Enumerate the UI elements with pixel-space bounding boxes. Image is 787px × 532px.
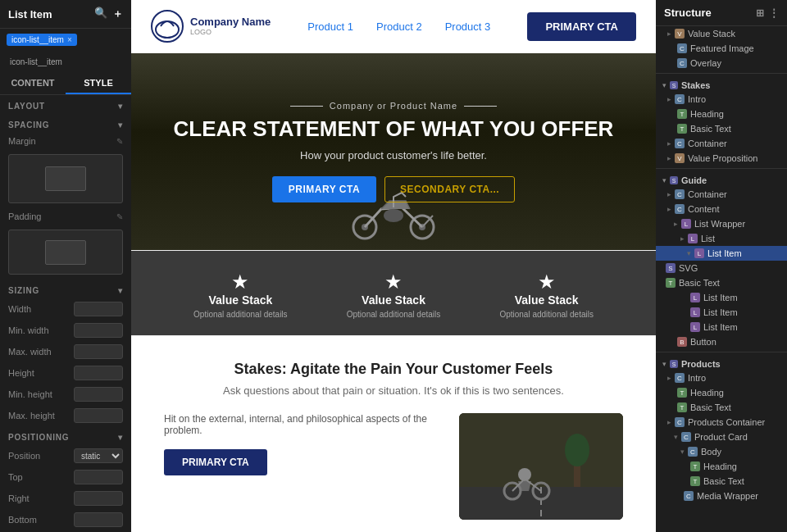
section-tree-label: Products — [681, 359, 721, 369]
selected-tag[interactable]: icon-list__item × — [7, 34, 77, 46]
section-chevron-icon: ▾ — [662, 81, 666, 89]
tree-chevron-icon: ▸ — [667, 139, 671, 148]
tree-type-icon: B — [677, 337, 687, 347]
tree-type-icon: C — [675, 139, 685, 148]
tree-item[interactable]: ▸ L List Wrapper — [656, 216, 787, 231]
max-width-label: Max. width — [8, 347, 52, 357]
dots-icon[interactable]: ⋮ — [769, 7, 779, 19]
hero-tagline: Company or Product Name — [290, 101, 497, 111]
nav-links: Product 1 Product 2 Product 3 — [307, 20, 490, 33]
tree-chevron-icon: ▸ — [667, 205, 671, 213]
nav-link-2[interactable]: Product 2 — [376, 20, 422, 33]
tree-item[interactable]: ▸ C Container — [656, 136, 787, 151]
hero-secondary-cta[interactable]: SECONDARY CTA... — [384, 176, 515, 202]
hero-primary-cta[interactable]: PRIMARY CTA — [272, 176, 376, 202]
center-canvas: Company Name LOGO Product 1 Product 2 Pr… — [131, 0, 656, 532]
search-icon[interactable]: 🔍 — [94, 7, 107, 21]
structure-tree: ▸ V Value Stack C Featured Image C Overl… — [656, 26, 787, 503]
tree-section[interactable]: ▾ S Guide — [656, 171, 787, 187]
tree-item[interactable]: ▸ C Content — [656, 202, 787, 216]
tab-row: CONTENT STYLE — [0, 73, 131, 95]
vs-title-2: Value Stack — [334, 293, 454, 307]
tree-chevron-icon: ▾ — [687, 249, 691, 257]
stakes-cta-button[interactable]: PRIMARY CTA — [164, 449, 267, 475]
width-input[interactable] — [74, 302, 123, 316]
tree-item[interactable]: L List Item — [656, 305, 787, 320]
tree-item[interactable]: B Button — [656, 334, 787, 349]
tree-item[interactable]: T Basic Text — [656, 275, 787, 290]
tree-item[interactable]: L List Item — [656, 320, 787, 334]
tree-item[interactable]: T Heading — [656, 385, 787, 400]
tree-item-label: Intro — [688, 373, 706, 383]
top-row: Top — [0, 466, 131, 488]
tree-item-label: Basic Text — [703, 476, 744, 486]
tab-style[interactable]: STYLE — [66, 73, 131, 94]
nav-link-1[interactable]: Product 1 — [307, 20, 353, 33]
tree-chevron-icon: ▾ — [674, 433, 678, 441]
tag-gray-label: icon-list__item — [7, 56, 66, 68]
tree-item[interactable]: ▾ C Body — [656, 444, 787, 459]
top-input[interactable] — [74, 470, 123, 484]
add-icon[interactable]: ＋ — [112, 7, 123, 21]
tree-item[interactable]: T Heading — [656, 107, 787, 121]
positioning-chevron-icon[interactable]: ▾ — [118, 433, 123, 442]
tree-item[interactable]: ▸ C Products Container — [656, 415, 787, 430]
tree-item-label: Intro — [688, 94, 706, 104]
tree-item[interactable]: L List Item — [656, 290, 787, 305]
hero-content: Company or Product Name CLEAR STATEMENT … — [131, 53, 656, 250]
tab-content[interactable]: CONTENT — [0, 73, 66, 94]
sizing-chevron-icon[interactable]: ▾ — [118, 286, 123, 295]
position-row: Position static — [0, 445, 131, 466]
layout-chevron-icon[interactable]: ▾ — [118, 102, 123, 111]
tree-item-label: List — [701, 234, 715, 243]
padding-edit-icon[interactable]: ✎ — [116, 212, 123, 221]
tree-item[interactable]: C Media Wrapper — [656, 489, 787, 503]
tree-item[interactable]: ▸ V Value Proposition — [656, 151, 787, 166]
tree-item[interactable]: ▾ C Product Card — [656, 430, 787, 444]
min-width-input[interactable] — [74, 323, 123, 338]
tree-item[interactable]: ▸ L List — [656, 231, 787, 246]
spacing-chevron-icon[interactable]: ▾ — [118, 120, 123, 130]
tree-item[interactable]: ▸ C Intro — [656, 371, 787, 385]
tree-section[interactable]: ▾ S Stakes — [656, 76, 787, 92]
tree-type-icon: L — [690, 307, 700, 317]
margin-edit-icon[interactable]: ✎ — [116, 137, 123, 146]
min-height-input[interactable] — [74, 387, 123, 402]
tree-type-icon: S — [666, 263, 676, 273]
right-input[interactable] — [74, 491, 123, 506]
max-width-input[interactable]: 100% — [74, 344, 123, 359]
tag-row: icon-list__item × — [0, 29, 131, 51]
stakes-subtitle: Ask questions about that pain or situati… — [164, 384, 623, 397]
expand-icon[interactable]: ⊞ — [756, 7, 764, 19]
tree-type-icon: C — [681, 432, 691, 442]
tag-remove-icon[interactable]: × — [67, 35, 72, 44]
tree-item[interactable]: T Heading — [656, 459, 787, 474]
tree-item[interactable]: C Featured Image — [656, 41, 787, 56]
tree-item[interactable]: T Basic Text — [656, 400, 787, 415]
section-divider — [656, 168, 787, 169]
tree-type-icon: C — [675, 204, 685, 214]
section-divider — [656, 352, 787, 352]
position-select[interactable]: static — [74, 448, 123, 463]
tree-item[interactable]: S SVG — [656, 261, 787, 275]
stakes-image — [459, 413, 623, 520]
nav-cta-button[interactable]: PRIMARY CTA — [527, 12, 636, 41]
section-tree-icon: S — [670, 176, 678, 184]
tree-item[interactable]: T Basic Text — [656, 121, 787, 136]
tree-item[interactable]: ▸ C Intro — [656, 92, 787, 107]
tree-type-icon: V — [675, 29, 685, 39]
nav-link-3[interactable]: Product 3 — [445, 20, 491, 33]
tree-item[interactable]: C Overlay — [656, 56, 787, 70]
tree-item[interactable]: ▸ V Value Stack — [656, 26, 787, 41]
max-height-input[interactable] — [74, 408, 123, 423]
right-label: Right — [8, 493, 30, 503]
tree-item[interactable]: T Basic Text — [656, 474, 787, 489]
tree-item[interactable]: ▾ L List Item — [656, 246, 787, 261]
tree-section[interactable]: ▾ S Products — [656, 355, 787, 371]
structure-title: Structure — [664, 7, 712, 19]
tree-type-icon: C — [677, 58, 687, 68]
tree-item[interactable]: ▸ C Container — [656, 187, 787, 202]
bottom-input[interactable] — [74, 512, 123, 527]
height-input[interactable] — [74, 366, 123, 380]
site-navbar: Company Name LOGO Product 1 Product 2 Pr… — [131, 0, 656, 53]
